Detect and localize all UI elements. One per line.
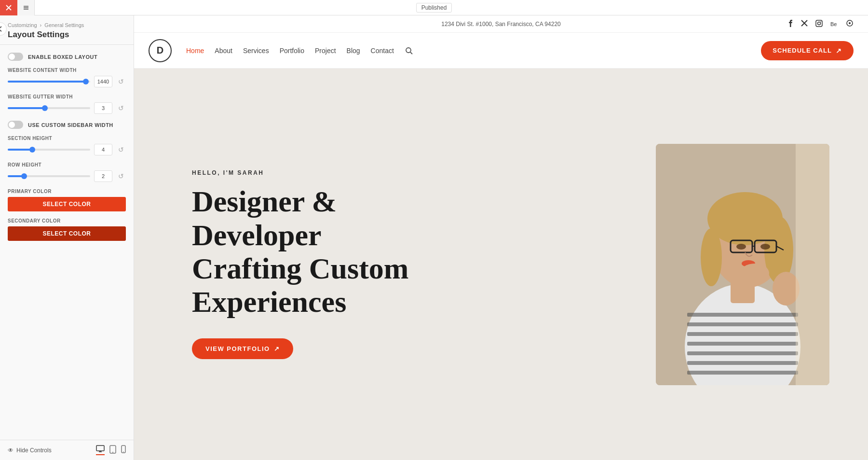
enable-boxed-layout-row: ENABLE BOXED LAYOUT [8,53,126,61]
section-height-value[interactable]: 4 [94,144,112,155]
hero-title-line3: Experiences [192,285,346,318]
search-icon[interactable] [405,46,413,55]
website-content-width-row: 1440 ↺ [8,76,126,87]
tablet-icon[interactable] [109,445,116,455]
svg-text:Be: Be [830,21,837,27]
arrow-icon: ↗ [836,47,842,55]
svg-rect-23 [687,313,798,317]
sidebar-header: Customizing › General Settings Layout Se… [0,15,134,45]
schedule-call-button[interactable]: SCHEDULE CALL ↗ [761,41,854,60]
svg-rect-24 [687,322,798,326]
use-custom-sidebar-toggle[interactable] [8,121,23,129]
website-gutter-width-value[interactable]: 3 [94,102,112,114]
section-height-slider[interactable] [8,149,90,151]
hero-greeting: HELLO, I'M SARAH [192,169,472,176]
svg-rect-26 [687,342,798,346]
primary-color-label: PRIMARY COLOR [8,189,126,194]
breadcrumb-general-settings[interactable]: General Settings [44,22,84,28]
svg-point-42 [773,272,800,306]
slider-thumb[interactable] [42,105,48,111]
hero-person-image [656,144,829,385]
section-height-section: SECTION HEIGHT 4 ↺ [8,136,126,155]
website-content-width-slider[interactable] [8,81,90,83]
slider-thumb[interactable] [21,173,27,179]
row-height-slider[interactable] [8,175,90,177]
primary-color-button[interactable]: Select Color [8,197,126,211]
website-gutter-width-slider[interactable] [8,107,90,109]
hero-title-line1: Designer & Developer [192,185,337,251]
svg-rect-29 [687,371,798,375]
section-height-reset[interactable]: ↺ [116,145,126,154]
row-height-reset[interactable]: ↺ [116,171,126,181]
svg-point-14 [820,21,821,22]
slider-fill [8,107,45,109]
website-nav: D Home About Services Portfolio Project … [134,33,868,69]
view-portfolio-button[interactable]: VIEW PORTFOLIO ↗ [192,338,293,359]
svg-point-40 [760,244,770,250]
codepen-icon[interactable] [846,19,854,28]
hero-btn-arrow: ↗ [274,345,280,352]
section-height-row: 4 ↺ [8,144,126,155]
social-icons: Be [787,19,854,28]
breadcrumb-customizing[interactable]: Customizing [8,22,37,28]
hide-controls-button[interactable]: 👁 Hide Controls [8,447,52,454]
close-button[interactable] [0,0,17,15]
row-height-label: ROW HEIGHT [8,162,126,167]
secondary-color-button[interactable]: Select Color [8,226,126,241]
svg-rect-27 [687,351,798,355]
sidebar-bottom: 👁 Hide Controls [0,440,134,460]
hero-title-line2: Crafting Custom [192,252,408,285]
row-height-value[interactable]: 2 [94,170,112,182]
main-layout: Customizing › General Settings Layout Se… [0,15,868,460]
nav-link-project[interactable]: Project [315,47,336,55]
breadcrumb-separator: › [40,22,42,28]
use-custom-sidebar-row: USE CUSTOM SIDEBAR WIDTH [8,121,126,129]
svg-rect-28 [687,361,798,365]
hero-text: HELLO, I'M SARAH Designer & Developer Cr… [192,169,472,359]
facebook-icon[interactable] [787,19,793,28]
nav-link-services[interactable]: Services [243,47,269,55]
close-icon [6,5,12,11]
nav-link-portfolio[interactable]: Portfolio [280,47,304,55]
website-content-width-section: WEBSITE CONTENT WIDTH 1440 ↺ [8,68,126,87]
website-top-inner: 1234 Divi St. #1000, San Francisco, CA 9… [134,21,868,28]
svg-point-11 [123,451,124,452]
x-twitter-icon[interactable] [801,20,808,28]
website-gutter-width-row: 3 ↺ [8,102,126,114]
enable-boxed-layout-toggle[interactable] [8,53,23,61]
website-address: 1234 Divi St. #1000, San Francisco, CA 9… [441,21,560,28]
hide-controls-label: Hide Controls [16,447,52,454]
behance-icon[interactable]: Be [830,20,838,28]
website-content-width-value[interactable]: 1440 [94,76,112,87]
slider-thumb[interactable] [83,79,89,84]
nav-link-about[interactable]: About [215,47,232,55]
row-height-row: 2 ↺ [8,170,126,182]
device-icons [96,445,126,455]
website-gutter-width-reset[interactable]: ↺ [116,103,126,113]
svg-rect-12 [816,20,822,27]
slider-thumb[interactable] [29,147,35,153]
svg-point-18 [406,48,411,53]
desktop-icon[interactable] [96,445,105,455]
nav-link-home[interactable]: Home [186,47,204,55]
breadcrumb: Customizing › General Settings [8,22,126,28]
nav-link-contact[interactable]: Contact [371,47,394,55]
svg-rect-5 [96,446,104,451]
view-portfolio-label: VIEW PORTFOLIO [205,345,270,352]
nav-link-blog[interactable]: Blog [347,47,360,55]
hero-section: HELLO, I'M SARAH Designer & Developer Cr… [134,69,868,460]
slider-fill [8,81,86,83]
sort-button[interactable] [17,0,35,15]
section-height-label: SECTION HEIGHT [8,136,126,141]
svg-point-34 [701,228,722,286]
website-content-width-reset[interactable]: ↺ [116,77,126,86]
top-bar: Published [0,0,868,15]
svg-point-43 [740,264,769,283]
mobile-icon[interactable] [121,445,126,455]
sidebar-content: ENABLE BOXED LAYOUT WEBSITE CONTENT WIDT… [0,45,134,440]
secondary-color-section: SECONDARY COLOR Select Color [8,218,126,241]
instagram-icon[interactable] [815,20,823,28]
website-top-bar: 1234 Divi St. #1000, San Francisco, CA 9… [134,15,868,33]
hero-title: Designer & Developer Crafting Custom Exp… [192,185,472,319]
nav-links: Home About Services Portfolio Project Bl… [186,46,413,55]
